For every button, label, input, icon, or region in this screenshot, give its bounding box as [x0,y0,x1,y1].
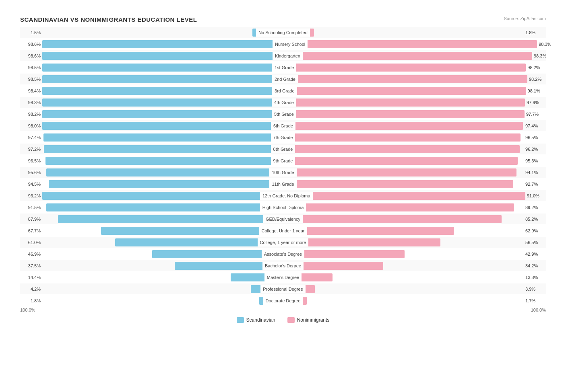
chart-container: SCANDINAVIAN VS NONIMMIGRANTS EDUCATION … [8,8,558,331]
bar-group: 98.5% 2nd Grade 98.2% [20,74,546,84]
bar-group: 37.5% Bachelor's Degree 34.2% [20,260,546,271]
val-left: 1.8% [20,298,42,303]
val-left: 98.2% [20,112,42,117]
val-right: 97.9% [525,100,547,105]
bar-group: 4.2% Professional Degree 3.9% [20,283,546,294]
bar-group: 98.0% 6th Grade 97.4% [20,120,546,131]
category-label: High School Diploma [260,203,306,211]
bar-group: 98.6% Kindergarten 98.3% [20,50,546,61]
bar-group: 98.4% 3rd Grade 98.1% [20,85,546,96]
bar-scandinavian [42,192,260,200]
bar-group: 1.8% Doctorate Degree 1.7% [20,295,546,306]
chart-title: SCANDINAVIAN VS NONIMMIGRANTS EDUCATION … [20,16,546,23]
bar-nonimmigrant [306,285,315,293]
val-left: 95.6% [20,170,42,175]
bar-nonimmigrant [306,203,514,211]
category-label: GED/Equivalency [263,215,303,223]
val-left: 46.9% [20,252,42,257]
chart-area: 1.5% No Schooling Completed 1.8% 98.6% N… [20,27,546,306]
bar-group: 14.4% Master's Degree 13.3% [20,272,546,283]
bar-group: 61.0% College, 1 year or more 56.5% [20,237,546,248]
bar-scandinavian [42,87,272,95]
val-right: 1.8% [524,30,546,35]
bar-scandinavian [46,168,269,177]
bar-nonimmigrant [308,40,537,48]
category-label: College, Under 1 year [259,227,307,235]
val-right: 85.2% [524,217,546,222]
bar-nonimmigrant [303,297,307,305]
category-label: 7th Grade [271,133,295,142]
bar-nonimmigrant [310,29,314,37]
bar-nonimmigrant [296,110,525,118]
val-right: 95.3% [524,158,546,163]
val-left: 1.5% [20,30,42,35]
val-left: 14.4% [20,275,42,280]
val-right: 98.2% [526,65,548,70]
val-right: 92.7% [524,182,546,187]
bar-nonimmigrant [295,133,521,142]
bar-nonimmigrant [297,180,513,188]
bar-group: 91.5% High School Diploma 89.2% [20,202,546,213]
legend: Scandinavian Nonimmigrants [20,317,546,323]
val-left: 91.5% [20,205,42,210]
legend-scandinavian: Scandinavian [237,317,275,323]
bar-nonimmigrant [296,64,526,72]
bar-scandinavian [115,238,258,246]
bar-group: 94.5% 11th Grade 92.7% [20,179,546,189]
val-right: 98.2% [527,77,549,82]
scandinavian-legend-label: Scandinavian [246,317,275,323]
category-label: Kindergarten [273,52,303,60]
val-right: 1.7% [524,298,546,303]
category-label: Bachelor's Degree [262,262,304,270]
val-left: 37.5% [20,263,42,268]
bar-group: 46.9% Associate's Degree 42.9% [20,248,546,259]
category-label: 6th Grade [271,122,295,130]
bar-nonimmigrant [308,238,440,246]
bottom-axis: 100.0% 100.0% [20,308,546,312]
bar-nonimmigrant [297,87,526,95]
bar-group: 93.2% 12th Grade, No Diploma 91.0% [20,190,546,201]
val-right: 96.5% [524,135,546,140]
val-right: 98.1% [526,88,548,93]
val-right: 91.0% [525,193,547,198]
category-label: Professional Degree [260,285,306,293]
val-left: 98.5% [20,77,42,82]
bar-group: 96.5% 9th Grade 95.3% [20,155,546,166]
bar-scandinavian [42,40,273,48]
bar-nonimmigrant [307,227,454,235]
val-left: 94.5% [20,182,42,187]
category-label: College, 1 year or more [258,238,309,246]
val-right: 94.1% [524,170,546,175]
bar-scandinavian [42,110,272,118]
val-left: 93.2% [20,193,42,198]
category-label: 11th Grade [269,180,296,188]
val-right: 13.3% [524,275,546,280]
bar-scandinavian [231,273,264,281]
bar-scandinavian [43,133,271,142]
bar-nonimmigrant [297,168,516,177]
val-right: 56.5% [524,240,546,245]
bar-nonimmigrant [313,192,525,200]
bar-group: 98.6% Nursery School 98.3% [20,39,546,49]
bar-scandinavian [175,262,262,270]
bar-scandinavian [45,157,271,165]
val-right: 97.4% [524,123,546,128]
bar-group: 97.4% 7th Grade 96.5% [20,132,546,143]
category-label: 8th Grade [271,145,295,153]
category-label: Master's Degree [264,273,302,281]
val-left: 98.5% [20,65,42,70]
category-label: 4th Grade [272,99,296,107]
bar-scandinavian [152,250,262,258]
bar-group: 1.5% No Schooling Completed 1.8% [20,27,546,38]
category-label: Associate's Degree [262,250,304,258]
axis-left: 100.0% [20,308,35,312]
val-left: 98.6% [20,42,42,47]
bar-group: 98.5% 1st Grade 98.2% [20,62,546,73]
category-label: 10th Grade [269,168,296,177]
bar-group: 87.9% GED/Equivalency 85.2% [20,213,546,224]
val-right: 98.3% [537,42,559,47]
val-left: 97.2% [20,147,42,152]
axis-right: 100.0% [531,308,546,312]
bar-scandinavian [252,29,256,37]
bar-group: 97.2% 8th Grade 96.2% [20,144,546,154]
